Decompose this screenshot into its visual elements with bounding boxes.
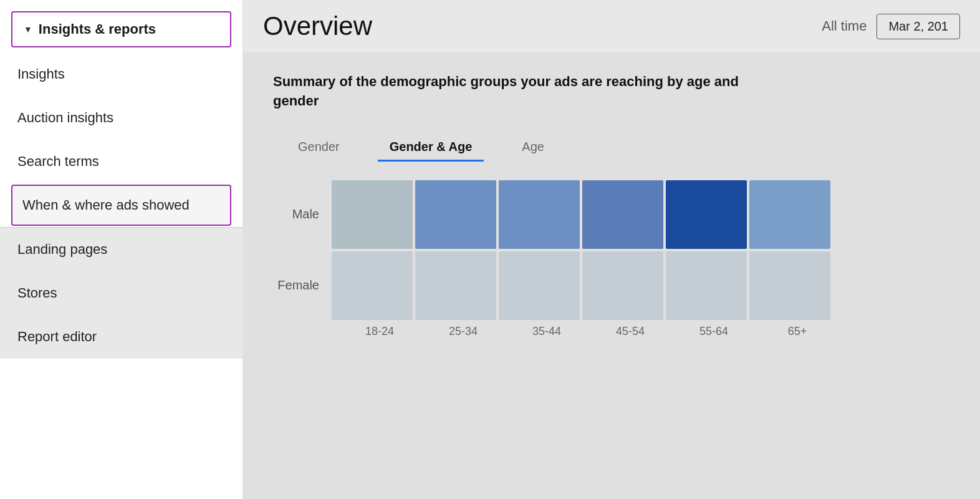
sidebar-item-report-editor[interactable]: Report editor <box>0 315 243 359</box>
tab-gender-age[interactable]: Gender & Age <box>365 133 497 162</box>
heatmap-cell <box>582 251 663 320</box>
heatmap-cell <box>749 180 830 249</box>
sidebar-header-label: Insights & reports <box>39 21 156 37</box>
heatmap-cell <box>749 251 830 320</box>
page-title: Overview <box>263 11 372 41</box>
heatmap-container: MaleFemale 18-2425-3435-4445-5455-6465+ <box>273 180 950 338</box>
sidebar-item-stores[interactable]: Stores <box>0 271 243 315</box>
heatmap-cell <box>666 180 747 249</box>
main-content: Overview All time Mar 2, 201 Summary of … <box>243 0 980 499</box>
heatmap-x-label: 35-44 <box>506 325 587 338</box>
chevron-icon: ▼ <box>24 24 32 34</box>
sidebar-header[interactable]: ▼ Insights & reports <box>11 11 231 47</box>
sidebar-item-insights[interactable]: Insights <box>0 52 243 96</box>
heatmap-row-label: Female <box>273 278 329 293</box>
heatmap-cell <box>499 180 580 249</box>
sidebar-item-when-where[interactable]: When & where ads showed <box>11 185 231 226</box>
tab-gender[interactable]: Gender <box>273 133 365 162</box>
heatmap-x-label: 65+ <box>757 325 838 338</box>
date-range-button[interactable]: Mar 2, 201 <box>877 14 960 39</box>
heatmap-x-labels: 18-2425-3435-4445-5455-6465+ <box>273 325 950 338</box>
sidebar-item-auction-insights[interactable]: Auction insights <box>0 96 243 140</box>
sidebar-item-landing-pages[interactable]: Landing pages <box>0 228 243 271</box>
all-time-label: All time <box>822 18 867 34</box>
tab-age[interactable]: Age <box>497 133 569 162</box>
heatmap-x-label: 25-34 <box>423 325 504 338</box>
heatmap-cell <box>415 251 496 320</box>
heatmap-row: Female <box>273 251 950 320</box>
heatmap-row-label: Male <box>273 207 329 221</box>
heatmap-x-label: 55-64 <box>673 325 754 338</box>
heatmap-cell <box>666 251 747 320</box>
heatmap-x-label: 45-54 <box>590 325 671 338</box>
heatmap-grid: MaleFemale <box>273 180 950 320</box>
sidebar-items: Insights Auction insights Search terms W… <box>0 52 243 499</box>
chart-area: Summary of the demographic groups your a… <box>243 52 980 499</box>
chart-tabs: Gender Gender & Age Age <box>273 133 950 162</box>
chart-description: Summary of the demographic groups your a… <box>273 72 772 111</box>
heatmap-x-label: 18-24 <box>339 325 420 338</box>
heatmap-cell <box>415 180 496 249</box>
sidebar: ▼ Insights & reports Insights Auction in… <box>0 0 243 499</box>
heatmap-cell <box>582 180 663 249</box>
heatmap-cell <box>332 251 413 320</box>
heatmap-cell <box>332 180 413 249</box>
sidebar-item-search-terms[interactable]: Search terms <box>0 140 243 183</box>
heatmap-row: Male <box>273 180 950 249</box>
heatmap-cell <box>499 251 580 320</box>
header-right: All time Mar 2, 201 <box>822 14 960 39</box>
main-header: Overview All time Mar 2, 201 <box>243 0 980 52</box>
